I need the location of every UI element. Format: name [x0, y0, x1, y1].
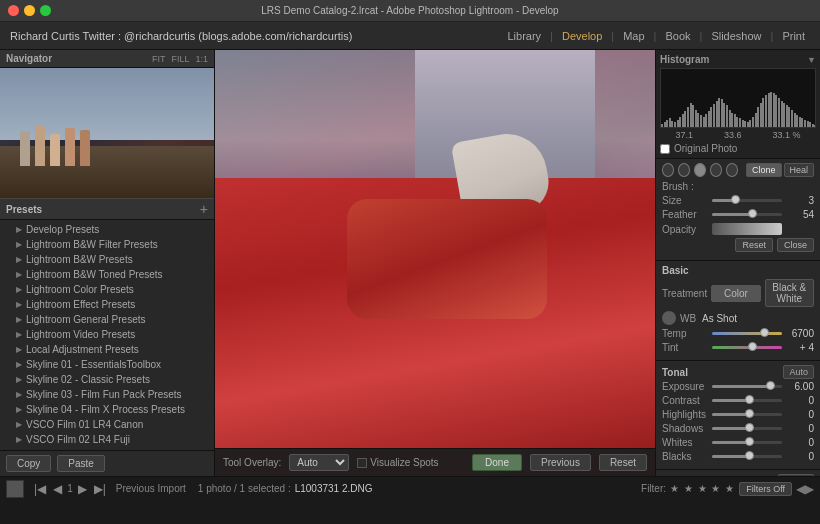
eyedropper-icon[interactable] — [662, 311, 676, 325]
minimize-button[interactable] — [24, 5, 35, 16]
fit-control[interactable]: FIT — [152, 54, 166, 64]
preset-item-bwtoned[interactable]: ▶ Lightroom B&W Toned Presets — [0, 267, 214, 282]
maximize-button[interactable] — [40, 5, 51, 16]
bw-treatment-btn[interactable]: Black & White — [765, 279, 814, 307]
tool-mode-section: Clone Heal Brush : Size 3 Feather — [656, 159, 820, 261]
temp-slider-track[interactable] — [712, 332, 782, 335]
title-text: LRS Demo Catalog-2.lrcat - Adobe Photosh… — [261, 5, 558, 16]
preset-item-video[interactable]: ▶ Lightroom Video Presets — [0, 327, 214, 342]
preset-item-skyline01[interactable]: ▶ Skyline 01 - EssentialsToolbox — [0, 357, 214, 372]
temp-label: Temp — [662, 328, 712, 339]
reset-button[interactable]: Reset — [599, 454, 647, 471]
nav-map[interactable]: Map — [618, 28, 649, 44]
highlights-slider-track[interactable] — [712, 413, 782, 416]
tonal-section: Tonal Auto Exposure 6.00 Contrast 0 — [656, 361, 820, 470]
mode-circle-2[interactable] — [678, 163, 690, 177]
size-slider-track[interactable] — [712, 199, 782, 202]
whites-slider-track[interactable] — [712, 441, 782, 444]
wb-value: As Shot — [702, 313, 814, 324]
temp-slider-thumb[interactable] — [760, 328, 769, 337]
nav-last-button[interactable]: ▶| — [92, 482, 108, 496]
preset-item-vsco02fuji[interactable]: ▶ VSCO Film 02 LR4 Fuji — [0, 432, 214, 447]
mode-circle-5[interactable] — [726, 163, 738, 177]
preset-item-color[interactable]: ▶ Lightroom Color Presets — [0, 282, 214, 297]
expand-filmstrip-icon[interactable]: ◀▶ — [796, 482, 814, 496]
contrast-slider-track[interactable] — [712, 399, 782, 402]
mode-circle-4[interactable] — [710, 163, 722, 177]
presence-reset-button[interactable]: Reset — [778, 474, 814, 476]
clone-button[interactable]: Clone — [746, 163, 782, 177]
nav-prev-button[interactable]: ◀ — [51, 482, 64, 496]
preset-item-develop[interactable]: ▶ Develop Presets — [0, 222, 214, 237]
menu-bar: Richard Curtis Twitter : @richardcurtis … — [0, 22, 820, 50]
feather-slider-thumb[interactable] — [748, 209, 757, 218]
previous-import-label[interactable]: Previous Import — [116, 483, 186, 494]
tint-slider-thumb[interactable] — [748, 342, 757, 351]
fill-control[interactable]: FILL — [171, 54, 189, 64]
size-label: Size — [662, 195, 712, 206]
filmstrip-bar: |◀ ◀ 1 ▶ ▶| Previous Import 1 photo / 1 … — [0, 476, 820, 500]
filters-off-button[interactable]: Filters Off — [739, 482, 792, 496]
presets-add-button[interactable]: + — [200, 202, 208, 216]
reset-button-sm[interactable]: Reset — [735, 238, 773, 252]
shadows-thumb[interactable] — [745, 423, 754, 432]
arrow-icon: ▶ — [16, 405, 22, 414]
blacks-slider-track[interactable] — [712, 455, 782, 458]
arrow-icon: ▶ — [16, 270, 22, 279]
star-rating[interactable]: ★ ★ ★ ★ ★ — [670, 483, 735, 494]
arrow-icon: ▶ — [16, 300, 22, 309]
nav-slideshow[interactable]: Slideshow — [706, 28, 766, 44]
whites-thumb[interactable] — [745, 437, 754, 446]
visualize-spots-wrap: Visualize Spots — [357, 457, 438, 468]
onetoone-control[interactable]: 1:1 — [195, 54, 208, 64]
preset-item-bwfilter[interactable]: ▶ Lightroom B&W Filter Presets — [0, 237, 214, 252]
tool-overlay-select[interactable]: Auto Always Never — [289, 454, 349, 471]
preset-item-skyline02[interactable]: ▶ Skyline 02 - Classic Presets — [0, 372, 214, 387]
blacks-slider-row: Blacks 0 — [662, 451, 814, 462]
heal-button[interactable]: Heal — [784, 163, 815, 177]
original-photo-checkbox[interactable] — [660, 144, 670, 154]
exposure-thumb[interactable] — [766, 381, 775, 390]
close-button[interactable] — [8, 5, 19, 16]
shadows-slider-track[interactable] — [712, 427, 782, 430]
preset-item-skyline03[interactable]: ▶ Skyline 03 - Film Fun Pack Presets — [0, 387, 214, 402]
color-treatment-btn[interactable]: Color — [711, 285, 760, 302]
exposure-slider-track[interactable] — [712, 385, 782, 388]
preset-item-effect[interactable]: ▶ Lightroom Effect Presets — [0, 297, 214, 312]
feather-slider-track[interactable] — [712, 213, 782, 216]
copy-button[interactable]: Copy — [6, 455, 51, 472]
preset-item-bw[interactable]: ▶ Lightroom B&W Presets — [0, 252, 214, 267]
arrow-icon: ▶ — [16, 315, 22, 324]
nav-print[interactable]: Print — [777, 28, 810, 44]
tint-slider-track[interactable] — [712, 346, 782, 349]
opacity-slider[interactable] — [712, 223, 782, 235]
auto-button[interactable]: Auto — [783, 365, 814, 379]
preset-item-skyline04[interactable]: ▶ Skyline 04 - Film X Process Presets — [0, 402, 214, 417]
treatment-row: Treatment Color Black & White — [662, 279, 814, 307]
nav-library[interactable]: Library — [502, 28, 546, 44]
mode-circle-3[interactable] — [694, 163, 706, 177]
size-slider-thumb[interactable] — [731, 195, 740, 204]
paste-button[interactable]: Paste — [57, 455, 105, 472]
preset-item-general[interactable]: ▶ Lightroom General Presets — [0, 312, 214, 327]
close-button-sm[interactable]: Close — [777, 238, 814, 252]
preset-item-vsco01canon[interactable]: ▶ VSCO Film 01 LR4 Canon — [0, 417, 214, 432]
histogram-section: Histogram ▼ 37.1 33.6 33.1 % Original Ph… — [656, 50, 820, 159]
nav-develop[interactable]: Develop — [557, 28, 607, 44]
nav-next-button[interactable]: ▶ — [76, 482, 89, 496]
highlights-thumb[interactable] — [745, 409, 754, 418]
preset-label: Skyline 03 - Film Fun Pack Presets — [26, 389, 182, 400]
contrast-thumb[interactable] — [745, 395, 754, 404]
photo-count-label: 1 photo / 1 selected : — [198, 483, 291, 494]
histogram-menu-icon[interactable]: ▼ — [807, 55, 816, 65]
tonal-label: Tonal — [662, 367, 688, 378]
presets-panel[interactable]: ▶ Develop Presets ▶ Lightroom B&W Filter… — [0, 220, 214, 450]
visualize-spots-checkbox[interactable] — [357, 458, 367, 468]
nav-first-button[interactable]: |◀ — [32, 482, 48, 496]
blacks-thumb[interactable] — [745, 451, 754, 460]
nav-book[interactable]: Book — [660, 28, 695, 44]
mode-circle-1[interactable] — [662, 163, 674, 177]
preset-item-localadjust[interactable]: ▶ Local Adjustment Presets — [0, 342, 214, 357]
done-button[interactable]: Done — [472, 454, 522, 471]
previous-button[interactable]: Previous — [530, 454, 591, 471]
